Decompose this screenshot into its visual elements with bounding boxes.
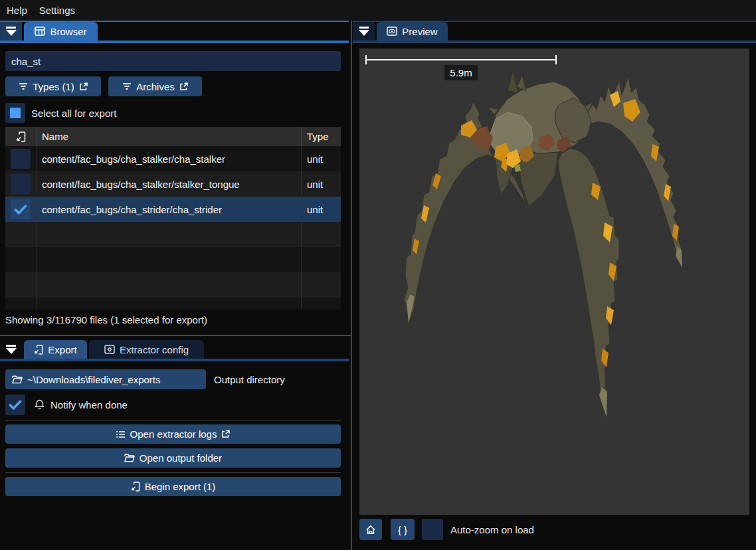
empty-row <box>5 298 341 310</box>
external-link-icon <box>221 430 230 438</box>
row-name: content/fac_bugs/cha_stalker/stalker_ton… <box>37 179 301 190</box>
braces-icon: { } <box>398 524 407 535</box>
empty-row <box>5 272 341 298</box>
table-row[interactable]: content/fac_bugs/cha_strider/cha_strider… <box>5 197 341 222</box>
scale-bar <box>366 59 557 60</box>
model-preview-creature <box>396 68 692 424</box>
column-separator <box>37 127 37 310</box>
table-row[interactable]: content/fac_bugs/cha_stalker/cha_stalker… <box>5 146 341 171</box>
archives-filter-label: Archives <box>136 81 175 92</box>
empty-row <box>5 222 341 247</box>
select-all-checkbox[interactable] <box>5 103 25 123</box>
tab-export[interactable]: Export <box>24 340 87 359</box>
chevron-down-icon <box>6 30 17 36</box>
output-directory-button[interactable]: ~\Downloads\filediver_exports <box>5 369 206 389</box>
export-file-icon <box>131 482 140 492</box>
browser-tab-strip <box>0 41 349 43</box>
open-output-folder-button[interactable]: Open output folder <box>5 448 341 468</box>
types-filter-label: Types (1) <box>33 81 74 92</box>
list-icon <box>116 430 126 438</box>
open-extractor-logs-label: Open extractor logs <box>130 428 217 440</box>
column-type[interactable]: Type <box>301 131 341 142</box>
vertical-splitter[interactable] <box>351 21 352 550</box>
eye-box-icon <box>387 27 397 36</box>
menu-bar: Help Settings <box>0 0 756 20</box>
reset-view-button[interactable] <box>359 519 382 540</box>
export-file-icon <box>5 132 37 142</box>
export-tab-strip <box>0 359 349 361</box>
autozoom-checkbox[interactable] <box>422 519 443 540</box>
braces-button[interactable]: { } <box>391 519 415 540</box>
row-export-checkbox[interactable] <box>11 174 31 194</box>
tab-extractor-config[interactable]: Extractor config <box>89 340 204 359</box>
gear-box-icon <box>104 345 115 354</box>
row-name: content/fac_bugs/cha_stalker/cha_stalker <box>37 153 301 165</box>
begin-export-button[interactable]: Begin export (1) <box>5 477 341 496</box>
table-header: Name Type <box>5 127 341 146</box>
chevron-down-icon <box>6 348 17 354</box>
preview-tab-strip <box>353 41 756 43</box>
bell-icon <box>35 399 45 410</box>
divider <box>5 420 341 420</box>
open-extractor-logs-button[interactable]: Open extractor logs <box>5 424 341 444</box>
tab-browser-label: Browser <box>50 26 86 37</box>
search-value: cha_st <box>11 56 41 67</box>
column-separator <box>37 127 37 146</box>
notify-checkbox[interactable] <box>5 395 25 415</box>
archives-filter-button[interactable]: Archives <box>108 76 202 96</box>
column-name[interactable]: Name <box>37 131 301 142</box>
row-type: unit <box>301 204 341 215</box>
external-link-icon <box>79 82 88 91</box>
app-window: Help Settings Browser cha_st Types (1) A… <box>0 0 756 550</box>
row-type: unit <box>301 179 341 190</box>
chevron-down-icon <box>359 30 369 36</box>
folder-open-icon <box>12 375 23 384</box>
file-table: Name Type content/fac_bugs/cha_stalker/c… <box>5 127 341 310</box>
scale-bar-tick <box>365 55 367 64</box>
output-directory-label: Output directory <box>214 369 285 389</box>
table-row[interactable]: content/fac_bugs/cha_stalker/stalker_ton… <box>5 171 341 197</box>
types-filter-button[interactable]: Types (1) <box>5 76 101 96</box>
row-type: unit <box>301 153 341 165</box>
export-file-icon <box>34 345 43 355</box>
notify-label: Notify when done <box>50 395 128 415</box>
divider <box>5 472 341 473</box>
menu-settings[interactable]: Settings <box>39 5 75 16</box>
external-link-icon <box>179 82 188 91</box>
tab-export-label: Export <box>48 344 76 355</box>
tab-browser[interactable]: Browser <box>24 22 98 41</box>
empty-row <box>5 247 341 272</box>
filter-icon <box>122 82 132 90</box>
browser-collapse-button[interactable] <box>0 22 22 41</box>
collapse-icon <box>6 27 16 29</box>
open-output-folder-label: Open output folder <box>140 452 222 464</box>
tab-extractor-config-label: Extractor config <box>120 344 189 355</box>
row-name: content/fac_bugs/cha_strider/cha_strider <box>37 204 301 215</box>
status-text: Showing 3/116790 files (1 selected for e… <box>5 310 207 329</box>
menu-help[interactable]: Help <box>7 5 27 16</box>
column-separator <box>301 127 302 310</box>
select-all-label: Select all for export <box>31 103 116 123</box>
search-input[interactable]: cha_st <box>5 51 341 71</box>
preview-collapse-button[interactable] <box>353 22 375 41</box>
autozoom-label: Auto-zoom on load <box>450 519 534 540</box>
tab-preview[interactable]: Preview <box>377 22 448 41</box>
home-icon <box>365 525 376 535</box>
collapse-icon <box>6 345 16 347</box>
model-viewport[interactable]: 5.9m <box>359 48 749 515</box>
filter-icon <box>19 82 28 90</box>
indeterminate-mark <box>10 108 21 118</box>
row-export-checkbox[interactable] <box>11 149 31 169</box>
column-separator <box>301 127 302 146</box>
horizontal-splitter[interactable] <box>0 335 351 336</box>
scale-bar-tick <box>555 55 557 64</box>
export-collapse-button[interactable] <box>0 340 22 359</box>
table-icon <box>35 27 45 36</box>
collapse-icon <box>359 27 369 29</box>
tab-preview-label: Preview <box>402 26 437 37</box>
row-export-checkbox[interactable] <box>11 199 31 219</box>
output-directory-path: ~\Downloads\filediver_exports <box>27 374 161 385</box>
folder-open-icon <box>124 454 135 462</box>
begin-export-label: Begin export (1) <box>145 481 216 492</box>
